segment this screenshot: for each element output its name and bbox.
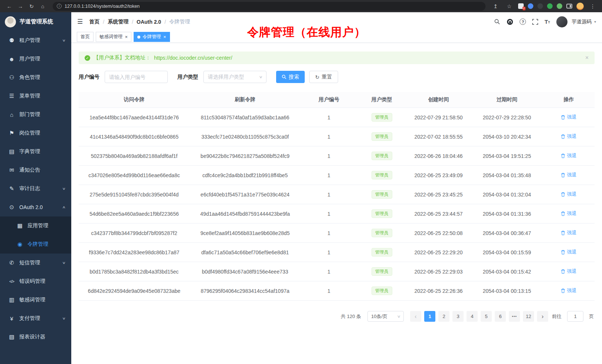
sidebar-item-sensitive-words[interactable]: ▥敏感词管理 bbox=[0, 291, 71, 309]
extension-icon[interactable] bbox=[547, 3, 553, 9]
user-avatar[interactable] bbox=[556, 16, 567, 27]
user-type-select[interactable]: 请选择用户类型∨ bbox=[203, 71, 266, 83]
sidebar-item-error-code[interactable]: </>错误码管理 bbox=[0, 272, 71, 291]
doc-link[interactable]: https://doc.iocoder.cn/user-center/ bbox=[154, 55, 232, 61]
tab-sensitive-words[interactable]: 敏感词管理× bbox=[96, 32, 131, 42]
table-row: c342377bf8b344799dcbf7bf095287f2 9ce8ef2… bbox=[79, 224, 595, 243]
app-icon: ▦ bbox=[16, 222, 23, 229]
force-logout-button[interactable]: 强退 bbox=[561, 229, 576, 236]
table-row: 54d6be82ee5a460a9aedc1f9bf223656 49d1aa4… bbox=[79, 204, 595, 224]
sidebar-item-oauth-token[interactable]: ◉令牌管理 bbox=[0, 235, 71, 254]
page-button[interactable]: 3 bbox=[452, 311, 464, 322]
action-cell: 强退 bbox=[543, 281, 595, 301]
browser-profile-avatar[interactable] bbox=[576, 3, 584, 10]
site-info-icon[interactable]: i bbox=[57, 4, 62, 9]
help-icon[interactable]: ? bbox=[520, 19, 526, 25]
font-size-icon[interactable]: TT bbox=[544, 19, 550, 24]
sidebar-item-pay[interactable]: ¥支付管理∨ bbox=[0, 309, 71, 328]
home-icon[interactable]: ⌂ bbox=[38, 4, 48, 9]
sidebar-item-user[interactable]: ☻用户管理 bbox=[0, 50, 71, 68]
tab-token[interactable]: 令牌管理× bbox=[134, 32, 170, 42]
access-token-cell: b0d1785bc3a8482f812db4a3f3bd15ec bbox=[79, 262, 190, 281]
page-button[interactable]: 5 bbox=[481, 311, 492, 322]
access-token-cell: c347026e805e4d99b0d116eae66eda8c bbox=[79, 166, 190, 185]
share-icon[interactable]: ↥ bbox=[491, 4, 500, 9]
sidebar-item-oauth[interactable]: ⊙OAuth 2.0∧ bbox=[0, 198, 71, 216]
username[interactable]: 芋道源码 bbox=[572, 19, 592, 25]
access-token-cell: 6d842e2924594de9a09e45e087323abe bbox=[79, 281, 190, 301]
page-button[interactable]: 2 bbox=[438, 311, 449, 322]
expire-time-cell: 2054-03-04 01:35:48 bbox=[471, 166, 543, 185]
sidebar-item-menu[interactable]: ☰菜单管理 bbox=[0, 87, 71, 105]
breadcrumb-item[interactable]: OAuth 2.0 bbox=[137, 19, 161, 25]
reload-icon[interactable]: ↻ bbox=[27, 4, 36, 9]
sidebar-item-dept[interactable]: ⌂部门管理 bbox=[0, 105, 71, 124]
force-logout-button[interactable]: 强退 bbox=[561, 268, 576, 275]
force-logout-button[interactable]: 强退 bbox=[561, 172, 576, 178]
doc-alert: ✓ 【用户体系】文档地址： https://doc.iocoder.cn/use… bbox=[79, 52, 595, 64]
access-token-cell: 275e5de9151045fe87cbdc395e004f4d bbox=[79, 185, 190, 204]
breadcrumb-item[interactable]: 系统管理 bbox=[108, 19, 128, 25]
user-id-cell: 1 bbox=[301, 166, 357, 185]
trash-icon bbox=[561, 192, 565, 197]
url-bar[interactable]: i 127.0.0.1:1024/system/oauth2/token bbox=[53, 2, 485, 11]
search-button[interactable]: 搜索 bbox=[276, 71, 305, 83]
sidebar-item-report-designer[interactable]: ▧报表设计器 bbox=[0, 328, 71, 346]
sidebar-item-audit-log[interactable]: ✎审计日志∨ bbox=[0, 179, 71, 198]
page-button[interactable]: 4 bbox=[467, 311, 478, 322]
browser-menu-icon[interactable]: ⋮ bbox=[588, 4, 598, 9]
sidebar-item-notice[interactable]: ✉通知公告 bbox=[0, 161, 71, 179]
sidebar-item-oauth-app[interactable]: ▦应用管理 bbox=[0, 216, 71, 235]
chevron-down-icon: ∨ bbox=[259, 75, 262, 79]
tab-home[interactable]: 首页 bbox=[77, 32, 94, 42]
sidebar-toggle-icon[interactable] bbox=[566, 4, 572, 9]
sidebar-item-dict[interactable]: ▤字典管理 bbox=[0, 142, 71, 161]
chevron-down-icon: ∨ bbox=[62, 261, 66, 265]
breadcrumb-item[interactable]: 首页 bbox=[89, 19, 99, 25]
sidebar-item-sms[interactable]: ✆短信管理∨ bbox=[0, 254, 71, 272]
extensions-puzzle-icon[interactable] bbox=[557, 3, 562, 9]
chevron-down-icon: ∨ bbox=[62, 317, 66, 320]
force-logout-button[interactable]: 强退 bbox=[561, 152, 576, 159]
chevron-down-icon: ∨ bbox=[62, 39, 66, 42]
page-size-select[interactable]: 10条/页∨ bbox=[367, 311, 404, 322]
refresh-token-cell: 9ce8ef2aa9f14056b831ae9b608e28d5 bbox=[190, 224, 301, 243]
next-page-button[interactable]: › bbox=[537, 311, 548, 322]
close-icon[interactable]: × bbox=[163, 34, 166, 39]
force-logout-button[interactable]: 强退 bbox=[561, 210, 576, 217]
page-button[interactable]: 12 bbox=[523, 311, 534, 322]
more-pages-button[interactable]: ••• bbox=[509, 311, 520, 322]
force-logout-button[interactable]: 强退 bbox=[561, 191, 576, 198]
bookmark-star-icon[interactable]: ☆ bbox=[504, 4, 514, 9]
search-icon[interactable] bbox=[494, 19, 500, 25]
trash-icon bbox=[561, 153, 565, 158]
page-button[interactable]: 1 bbox=[424, 311, 435, 322]
extension-icon[interactable] bbox=[537, 3, 543, 9]
page-button[interactable]: 6 bbox=[495, 311, 506, 322]
sidebar-item-tenant[interactable]: ⚉租户管理∨ bbox=[0, 31, 71, 50]
caret-down-icon[interactable]: ▾ bbox=[594, 20, 596, 24]
sidebar-item-post[interactable]: ⚑岗位管理 bbox=[0, 124, 71, 142]
back-icon[interactable]: ← bbox=[4, 4, 14, 9]
trash-icon bbox=[561, 173, 565, 178]
close-icon[interactable]: × bbox=[125, 34, 128, 39]
force-logout-button[interactable]: 强退 bbox=[561, 114, 576, 120]
forward-icon[interactable]: → bbox=[16, 4, 25, 9]
reset-button[interactable]: ↻重置 bbox=[309, 71, 338, 83]
access-token-cell: c342377bf8b344799dcbf7bf095287f2 bbox=[79, 224, 190, 243]
extension-icon[interactable] bbox=[528, 3, 533, 9]
close-icon[interactable]: × bbox=[585, 54, 589, 61]
create-time-cell: 2022-06-25 23:45:25 bbox=[406, 185, 471, 204]
fullscreen-icon[interactable] bbox=[532, 19, 538, 25]
goto-page-input[interactable] bbox=[567, 311, 583, 322]
prev-page-button[interactable]: ‹ bbox=[410, 311, 421, 322]
sidebar-item-role[interactable]: ⚇角色管理 bbox=[0, 68, 71, 87]
force-logout-button[interactable]: 强退 bbox=[561, 287, 576, 294]
force-logout-button[interactable]: 强退 bbox=[561, 249, 576, 255]
user-id-input[interactable] bbox=[105, 71, 168, 83]
github-icon[interactable] bbox=[507, 19, 513, 25]
sidebar-collapse-icon[interactable]: ☰ bbox=[77, 18, 83, 26]
app-logo[interactable]: 芋道管理系统 bbox=[0, 12, 71, 31]
force-logout-button[interactable]: 强退 bbox=[561, 133, 576, 140]
extension-icon[interactable]: 0 bbox=[518, 3, 524, 9]
